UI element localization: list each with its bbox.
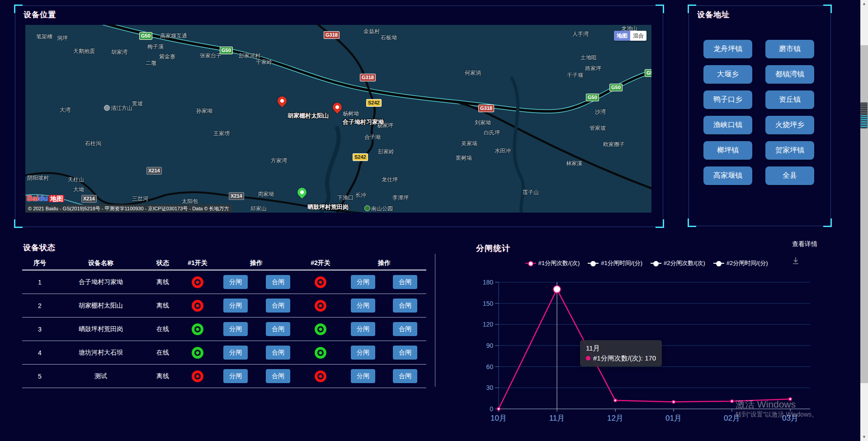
hybrid-mode-button[interactable]: 混合: [630, 31, 646, 41]
road-shield: X214: [81, 195, 97, 203]
vertical-scrollbar[interactable]: ▲ ▼: [860, 0, 868, 441]
column-header: 操作: [214, 257, 299, 269]
map-label: 天鹅抱蛋: [73, 47, 95, 55]
table-body: 1合子坳村习家坳离线分闸合闸分闸合闸2胡家棚村太阳山离线分闸合闸分闸合闸3晒鼓坪…: [22, 270, 426, 388]
close-switch1-button[interactable]: 合闸: [266, 346, 290, 360]
address-button[interactable]: 渔峡口镇: [703, 116, 752, 134]
address-button[interactable]: 磨市镇: [765, 40, 814, 58]
address-button[interactable]: 榔坪镇: [703, 141, 752, 160]
open-switch1-button[interactable]: 分闸: [223, 322, 248, 336]
scrollbar-thumb[interactable]: [860, 45, 868, 383]
map-label: 杨树坳: [343, 110, 359, 118]
scroll-minimap-widget[interactable]: [860, 102, 868, 128]
switch2-on-indicator: [315, 347, 326, 359]
map-label: 沙湾: [595, 108, 606, 116]
open-switch1-button[interactable]: 分闸: [223, 346, 248, 360]
map-pin-label: 晒鼓坪村荒田岗: [307, 203, 349, 211]
legend-item[interactable]: #1分闸次数/(次): [525, 259, 580, 267]
road-shield: X214: [229, 192, 244, 200]
close-switch1-button[interactable]: 合闸: [266, 299, 290, 313]
open-switch2-button[interactable]: 分闸: [351, 299, 375, 313]
open-switch2-button[interactable]: 分闸: [351, 322, 375, 336]
close-switch2-button[interactable]: 合闸: [393, 322, 417, 336]
map-label: 二墩: [146, 59, 156, 67]
row-number: 4: [22, 349, 57, 356]
legend-item[interactable]: #2分闸次数/(次): [651, 259, 705, 267]
address-button[interactable]: 龙舟坪镇: [703, 40, 752, 58]
corner-decoration: [823, 218, 832, 227]
legend-item[interactable]: #2分闸时间/(分): [713, 259, 768, 267]
map-label: 张家台子: [200, 52, 222, 60]
address-button[interactable]: 大堰乡: [703, 65, 752, 84]
map-label: 大湾: [60, 106, 71, 114]
address-button[interactable]: 都镇湾镇: [765, 65, 814, 84]
trip-statistics-section: 分闸统计 查看详情 #1分闸次数/(次)#1分闸时间/(分)#2分闸次数/(次)…: [466, 238, 827, 437]
baidu-map[interactable]: 笔架槽洞坪天鹅抱蛋胡家湾高家堰互通梅子溪紫金寨二墩张家台子彭家河村千家岭金益村石…: [25, 25, 651, 213]
road-shield: S242: [366, 99, 382, 107]
status-text: 离线: [144, 372, 181, 380]
open-switch1-button[interactable]: 分闸: [223, 369, 248, 383]
address-button-grid: 龙舟坪镇磨市镇大堰乡都镇湾镇鸭子口乡资丘镇渔峡口镇火烧坪乡榔坪镇贺家坪镇高家堰镇…: [703, 40, 814, 185]
map-label: 土地咀: [580, 54, 597, 62]
legend-label: #1分闸次数/(次): [538, 259, 580, 267]
address-button[interactable]: 全县: [765, 166, 814, 185]
road-shield: G50: [586, 94, 599, 101]
close-switch2-button[interactable]: 合闸: [393, 369, 417, 383]
status-text: 在线: [144, 349, 181, 357]
open-switch2-button[interactable]: 分闸: [351, 346, 375, 360]
minimap-stripes-gray: [861, 103, 867, 115]
switch2-off-indicator: [315, 276, 326, 288]
legend-item[interactable]: #1分闸时间/(分): [588, 259, 642, 267]
map-label: 笔架槽: [36, 33, 52, 41]
close-switch2-button[interactable]: 合闸: [393, 346, 417, 360]
open-switch1-button[interactable]: 分闸: [223, 299, 248, 313]
map-label: 紫金寨: [159, 53, 175, 61]
address-button[interactable]: 火烧坪乡: [765, 116, 814, 134]
road-shield: G318: [478, 104, 494, 112]
map-mode-button[interactable]: 地图: [614, 31, 630, 41]
svg-text:12月: 12月: [607, 414, 623, 422]
address-button[interactable]: 资丘镇: [765, 90, 814, 109]
scrollbar-down-arrow-icon[interactable]: ▼: [860, 433, 868, 441]
map-label: 天柱山: [68, 176, 84, 184]
address-button[interactable]: 鸭子口乡: [703, 90, 752, 109]
open-switch2-button[interactable]: 分闸: [351, 275, 375, 289]
baidu-logo-du: du: [38, 194, 48, 203]
address-button[interactable]: 高家堰镇: [703, 166, 752, 185]
park-icon: [364, 205, 370, 211]
tooltip-title: 11月: [586, 343, 656, 353]
column-header: 设备名称: [57, 257, 144, 269]
map-label: 李潭坪: [392, 194, 409, 202]
scrollbar-up-arrow-icon[interactable]: ▲: [860, 0, 868, 8]
close-switch2-button[interactable]: 合闸: [393, 275, 417, 289]
open-switch1-button[interactable]: 分闸: [223, 275, 248, 289]
corner-decoration: [823, 5, 832, 13]
corner-decoration: [688, 218, 696, 227]
address-button[interactable]: 贺家坪镇: [765, 141, 814, 160]
status-text: 离线: [144, 278, 181, 286]
tooltip-series-row: #1分闸次数/(次): 170: [586, 353, 656, 363]
map-type-toggle: 地图 混合: [614, 31, 646, 41]
close-switch1-button[interactable]: 合闸: [266, 369, 290, 383]
corner-decoration: [656, 5, 664, 13]
map-label: 石板坳: [381, 34, 397, 42]
corner-decoration: [14, 5, 23, 13]
map-label: 阴阳坡村: [27, 174, 49, 182]
open-switch2-button[interactable]: 分闸: [351, 369, 375, 383]
switch2-on-indicator: [315, 323, 326, 335]
svg-text:90: 90: [486, 342, 493, 349]
view-details-link[interactable]: 查看详情: [792, 240, 817, 248]
road-shield: G318: [360, 74, 376, 81]
map-pin-label: 合子坳村习家坳: [343, 118, 384, 126]
baidu-logo: Baidu地图: [27, 194, 64, 203]
svg-text:180: 180: [483, 279, 494, 286]
map-label: 洞坪: [57, 34, 68, 42]
close-switch2-button[interactable]: 合闸: [393, 299, 417, 313]
close-switch1-button[interactable]: 合闸: [266, 322, 290, 336]
close-switch1-button[interactable]: 合闸: [266, 275, 290, 289]
column-header: #1开关: [181, 257, 214, 269]
map-label: 高家堰互通: [160, 32, 187, 40]
switch1-off-indicator: [192, 370, 203, 382]
svg-text:120: 120: [483, 321, 494, 328]
table-row: 3晒鼓坪村荒田岗在线分闸合闸分闸合闸: [22, 318, 426, 341]
